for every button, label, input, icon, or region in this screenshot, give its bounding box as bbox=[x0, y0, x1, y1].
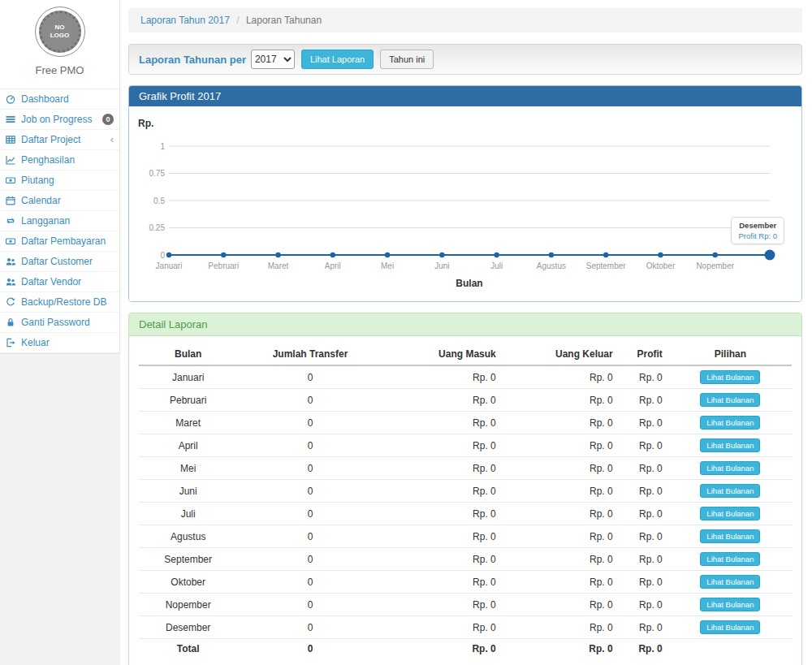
sidebar-nav: DashboardJob on Progress0Daftar Project‹… bbox=[0, 89, 119, 353]
cell-bulan: Oktober bbox=[139, 571, 237, 594]
cell-profit: Rp. 0 bbox=[620, 457, 669, 480]
year-select[interactable]: 2017 bbox=[251, 50, 295, 69]
sidebar-item-job-on-progress[interactable]: Job on Progress0 bbox=[0, 110, 119, 130]
cell-uang-masuk: Rp. 0 bbox=[383, 616, 503, 639]
count-badge: 0 bbox=[102, 114, 114, 125]
cell-uang-keluar: Rp. 0 bbox=[503, 457, 620, 480]
lihat-bulanan-button[interactable]: Lihat Bulanan bbox=[700, 575, 760, 589]
tooltip-value: Profit Rp: 0 bbox=[738, 231, 777, 240]
total-uang-keluar: Rp. 0 bbox=[503, 639, 620, 659]
sidebar-item-label: Daftar Project bbox=[21, 134, 110, 145]
lihat-bulanan-button[interactable]: Lihat Bulanan bbox=[700, 416, 760, 430]
report-table: BulanJumlah TransferUang MasukUang Kelua… bbox=[139, 343, 792, 659]
cell-jumlah-transfer: 0 bbox=[237, 594, 382, 616]
cell-profit: Rp. 0 bbox=[620, 525, 669, 548]
total-jumlah-transfer: 0 bbox=[237, 639, 382, 659]
table-icon bbox=[6, 135, 18, 145]
table-row: Maret0Rp. 0Rp. 0Rp. 0Lihat Bulanan bbox=[139, 412, 792, 434]
svg-text:April: April bbox=[325, 261, 341, 270]
lihat-bulanan-button[interactable]: Lihat Bulanan bbox=[700, 620, 760, 634]
cell-uang-keluar: Rp. 0 bbox=[503, 525, 620, 548]
cell-jumlah-transfer: 0 bbox=[237, 525, 382, 548]
cell-uang-keluar: Rp. 0 bbox=[503, 365, 620, 389]
sidebar-item-daftar-customer[interactable]: Daftar Customer bbox=[0, 252, 119, 272]
retweet-icon bbox=[6, 216, 18, 226]
cell-uang-masuk: Rp. 0 bbox=[383, 480, 503, 503]
sidebar-item-daftar-project[interactable]: Daftar Project‹ bbox=[0, 130, 119, 150]
logo-text-line1: NO bbox=[55, 24, 65, 31]
column-header-pilihan: Pilihan bbox=[669, 343, 792, 365]
sidebar-item-backup-restore-db[interactable]: Backup/Restore DB bbox=[0, 292, 119, 313]
cell-profit: Rp. 0 bbox=[620, 503, 669, 525]
cell-uang-keluar: Rp. 0 bbox=[503, 389, 620, 412]
tahun-ini-button[interactable]: Tahun ini bbox=[380, 50, 434, 69]
line-chart-icon bbox=[6, 155, 18, 165]
lihat-bulanan-button[interactable]: Lihat Bulanan bbox=[700, 393, 760, 407]
table-row: September0Rp. 0Rp. 0Rp. 0Lihat Bulanan bbox=[139, 548, 792, 571]
money-icon bbox=[6, 175, 18, 185]
sidebar-item-ganti-password[interactable]: Ganti Password bbox=[0, 313, 119, 333]
breadcrumb-link[interactable]: Laporan Tahun 2017 bbox=[140, 15, 230, 26]
cell-bulan: September bbox=[139, 548, 237, 571]
svg-text:Maret: Maret bbox=[268, 261, 289, 270]
table-row: Pebruari0Rp. 0Rp. 0Rp. 0Lihat Bulanan bbox=[139, 389, 792, 412]
cell-uang-masuk: Rp. 0 bbox=[383, 503, 503, 525]
no-logo-badge: NO LOGO bbox=[35, 6, 85, 57]
lock-icon bbox=[6, 317, 18, 327]
sidebar-item-label: Penghasilan bbox=[21, 154, 114, 166]
table-row: Agustus0Rp. 0Rp. 0Rp. 0Lihat Bulanan bbox=[139, 525, 792, 548]
lihat-bulanan-button[interactable]: Lihat Bulanan bbox=[700, 507, 760, 520]
table-row: April0Rp. 0Rp. 0Rp. 0Lihat Bulanan bbox=[139, 434, 792, 457]
users-icon bbox=[6, 257, 18, 266]
lihat-bulanan-button[interactable]: Lihat Bulanan bbox=[700, 461, 760, 475]
cell-profit: Rp. 0 bbox=[620, 571, 669, 594]
svg-text:September: September bbox=[586, 261, 627, 270]
sidebar-item-keluar[interactable]: Keluar bbox=[0, 333, 119, 353]
cell-jumlah-transfer: 0 bbox=[237, 548, 382, 571]
column-header-jumlah-transfer: Jumlah Transfer bbox=[237, 343, 382, 365]
svg-text:0.25: 0.25 bbox=[149, 223, 166, 232]
filter-label: Laporan Tahunan per bbox=[139, 54, 246, 66]
sidebar-item-langganan[interactable]: Langganan bbox=[0, 211, 119, 231]
cell-profit: Rp. 0 bbox=[620, 434, 669, 457]
sidebar-item-daftar-pembayaran[interactable]: Daftar Pembayaran bbox=[0, 231, 119, 252]
svg-text:Agustus: Agustus bbox=[537, 261, 566, 270]
sidebar-item-penghasilan[interactable]: Penghasilan bbox=[0, 150, 119, 171]
svg-text:Pebruari: Pebruari bbox=[208, 261, 239, 270]
sidebar-item-calendar[interactable]: Calendar bbox=[0, 191, 119, 211]
chart-area[interactable]: Rp.10.750.50.250JanuariPebruariMaretApri… bbox=[129, 106, 801, 301]
cell-bulan: Agustus bbox=[139, 525, 237, 548]
users-icon bbox=[6, 277, 18, 287]
column-header-profit: Profit bbox=[620, 343, 669, 365]
table-row: Juni0Rp. 0Rp. 0Rp. 0Lihat Bulanan bbox=[139, 480, 792, 503]
sidebar-item-label: Calendar bbox=[21, 195, 114, 206]
cell-jumlah-transfer: 0 bbox=[237, 457, 382, 480]
detail-panel-title: Detail Laporan bbox=[129, 313, 801, 336]
logo: NO LOGO Free PMO bbox=[0, 0, 119, 81]
cell-uang-keluar: Rp. 0 bbox=[503, 503, 620, 525]
lihat-laporan-button[interactable]: Lihat Laporan bbox=[301, 50, 374, 69]
cell-bulan: April bbox=[139, 434, 237, 457]
cell-uang-masuk: Rp. 0 bbox=[383, 548, 503, 571]
lihat-bulanan-button[interactable]: Lihat Bulanan bbox=[700, 438, 760, 452]
table-row: Mei0Rp. 0Rp. 0Rp. 0Lihat Bulanan bbox=[139, 457, 792, 480]
column-header-bulan: Bulan bbox=[139, 343, 237, 365]
total-label: Total bbox=[139, 639, 237, 659]
lihat-bulanan-button[interactable]: Lihat Bulanan bbox=[700, 552, 760, 566]
sidebar-item-daftar-vendor[interactable]: Daftar Vendor bbox=[0, 272, 119, 292]
cell-bulan: Pebruari bbox=[139, 389, 237, 412]
sidebar-item-dashboard[interactable]: Dashboard bbox=[0, 89, 119, 110]
cell-uang-masuk: Rp. 0 bbox=[383, 412, 503, 434]
lihat-bulanan-button[interactable]: Lihat Bulanan bbox=[700, 598, 760, 611]
sidebar-item-piutang[interactable]: Piutang bbox=[0, 171, 119, 191]
lihat-bulanan-button[interactable]: Lihat Bulanan bbox=[700, 529, 760, 543]
lihat-bulanan-button[interactable]: Lihat Bulanan bbox=[700, 484, 760, 498]
year-filter-bar: Laporan Tahunan per 2017 Lihat Laporan T… bbox=[128, 44, 802, 75]
cell-uang-masuk: Rp. 0 bbox=[383, 525, 503, 548]
lihat-bulanan-button[interactable]: Lihat Bulanan bbox=[700, 370, 760, 384]
cell-bulan: Juli bbox=[139, 503, 237, 525]
cell-profit: Rp. 0 bbox=[620, 365, 669, 389]
cell-jumlah-transfer: 0 bbox=[237, 434, 382, 457]
sign-out-icon bbox=[6, 338, 18, 348]
svg-text:0: 0 bbox=[160, 251, 165, 260]
